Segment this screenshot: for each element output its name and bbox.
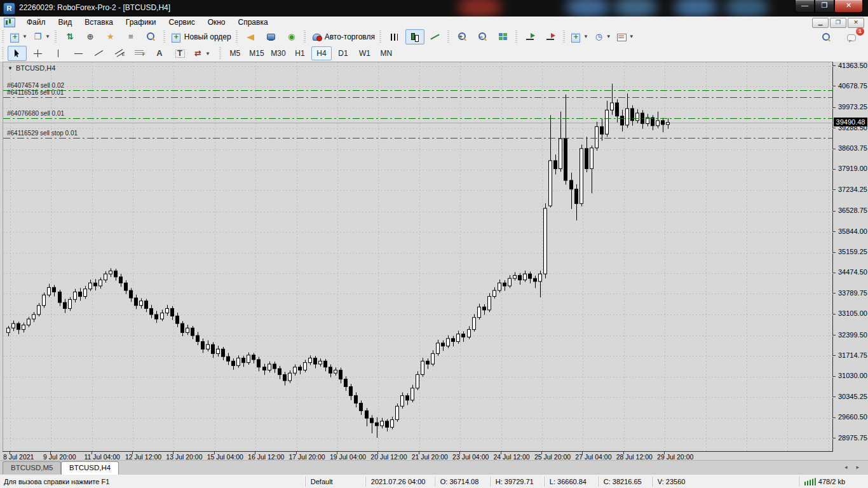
menu-item-Окно[interactable]: Окно (201, 17, 232, 28)
toolbar-grip[interactable] (447, 30, 451, 43)
order-line-label[interactable]: #64116516 sell 0.01 (7, 89, 64, 96)
order-line-label[interactable]: #64074574 sell 0.02 (7, 82, 64, 89)
order-line-label[interactable]: #64076680 sell 0.01 (7, 110, 64, 117)
timeframe-mn-button[interactable]: MN (376, 46, 397, 60)
timeframe-h1-button[interactable]: H1 (290, 46, 310, 60)
auto-scroll-button[interactable] (521, 29, 540, 44)
channel-tool-button[interactable] (109, 46, 128, 61)
dropdown-arrow-icon[interactable]: ▼ (45, 34, 50, 39)
timeframe-m30-button[interactable]: M30 (268, 46, 288, 60)
templates-button[interactable]: ▼ (614, 29, 636, 44)
toolbar-grip[interactable] (2, 47, 6, 60)
price-axis-label: 34474.50 (838, 268, 867, 276)
chart-bars-button[interactable] (385, 29, 404, 44)
zoom-in-button[interactable]: + (453, 29, 472, 44)
dropdown-arrow-icon[interactable]: ▼ (606, 34, 611, 39)
timeframe-d1-button[interactable]: D1 (333, 46, 353, 60)
close-button[interactable]: ✕ (834, 0, 863, 13)
candlestick-chart[interactable] (3, 62, 834, 452)
autotrade-button[interactable]: Авто-торговля (309, 29, 377, 44)
toolbar-grip[interactable] (563, 30, 567, 43)
timeframe-h4-button[interactable]: H4 (311, 46, 332, 60)
price-tick (833, 396, 836, 397)
notifications-button[interactable]: 1 (842, 30, 861, 45)
menu-item-Графики[interactable]: Графики (119, 17, 163, 28)
menu-item-Файл[interactable]: Файл (20, 17, 52, 28)
navigator-button[interactable]: ★ (101, 29, 120, 44)
chevron-down-icon[interactable]: ▼ (8, 65, 13, 71)
auto-scroll-icon (525, 32, 536, 42)
chart-candles-button[interactable] (405, 29, 424, 44)
text-label-tool-button[interactable]: T (170, 46, 189, 61)
fibonacci-tool-button[interactable] (130, 46, 149, 61)
market-watch-button[interactable]: ⇅ (60, 29, 79, 44)
toolbar-grip[interactable] (379, 30, 383, 43)
tabs-scroll-left-icon[interactable]: ◂ (844, 464, 848, 470)
tile-windows-button[interactable] (494, 29, 513, 44)
chart-tab-BTCUSD,M5[interactable]: BTCUSD,M5 (3, 461, 61, 475)
child-minimize-button[interactable]: ▁ (812, 18, 829, 28)
chart-line-button[interactable] (426, 29, 445, 44)
chart-canvas[interactable]: ▼ BTCUSD,H4 #64074574 sell 0.02#64116516… (3, 62, 833, 451)
menu-item-Вид[interactable]: Вид (52, 17, 79, 28)
vertical-line-icon (53, 48, 64, 58)
crosshair-tool-button[interactable] (28, 46, 47, 61)
title-bar[interactable]: R 22260029: RoboForex-Pro-2 - [BTCUSD,H4… (0, 0, 868, 17)
price-tick (833, 335, 836, 336)
candle (94, 279, 97, 290)
tabs-scroll-right-icon[interactable]: ▸ (856, 464, 859, 470)
price-axis-label: 31714.75 (838, 351, 867, 359)
signal-button[interactable]: ◉ (282, 29, 301, 44)
pointer-tool-button[interactable] (8, 46, 27, 61)
chart-tab-BTCUSD,H4[interactable]: BTCUSD,H4 (61, 461, 119, 475)
toolbar-grip[interactable] (219, 47, 223, 60)
profiles-button[interactable]: ❐▼ (31, 29, 52, 44)
arrows-tool-button[interactable]: ⇄▼ (191, 46, 212, 61)
indicators-icon: + (571, 32, 581, 42)
time-axis[interactable]: 8 Jul 20219 Jul 20:0011 Jul 04:0012 Jul … (3, 451, 833, 461)
toolbar-grip[interactable] (304, 30, 308, 43)
dropdown-arrow-icon[interactable]: ▼ (205, 51, 210, 57)
dropdown-arrow-icon[interactable]: ▼ (22, 34, 27, 39)
fibonacci-icon (134, 48, 145, 58)
trendline-tool-button[interactable] (89, 46, 108, 61)
terminal-button[interactable]: ≡ (121, 29, 140, 44)
menu-item-Справка[interactable]: Справка (232, 17, 275, 28)
templates-icon (616, 32, 627, 42)
new-order-button[interactable]: +Новый ордер (169, 29, 233, 44)
toolbar-grip[interactable] (236, 30, 240, 43)
toolbar-grip[interactable] (163, 30, 167, 43)
dropdown-arrow-icon[interactable]: ▼ (583, 34, 588, 39)
new-chart-button[interactable]: +▼ (8, 29, 29, 44)
menu-item-Вставка[interactable]: Вставка (78, 17, 119, 28)
status-segment: Default (305, 477, 365, 487)
vertical-line-tool-button[interactable] (48, 46, 67, 61)
child-restore-button[interactable]: ❐ (830, 18, 846, 28)
toolbar-grip[interactable] (2, 30, 6, 43)
toolbar-grip[interactable] (515, 30, 519, 43)
strategy-tester-button[interactable] (142, 29, 161, 44)
mql-editor-button[interactable] (262, 29, 281, 44)
horizontal-line-tool-button[interactable] (69, 46, 88, 61)
child-close-button[interactable]: ✕ (848, 18, 864, 28)
horn-button[interactable] (241, 29, 261, 44)
price-axis[interactable]: 41363.5040678.7539973.2539288.5038603.75… (833, 62, 868, 451)
zoom-out-button[interactable]: − (473, 29, 492, 44)
timeframe-w1-button[interactable]: W1 (355, 46, 375, 60)
data-window-button[interactable]: ⊕ (81, 29, 100, 44)
candle (48, 284, 51, 297)
minimize-button[interactable]: — (795, 0, 815, 13)
order-line-label[interactable]: #64116529 sell stop 0.01 (7, 130, 78, 137)
toolbar-grip[interactable] (55, 30, 58, 43)
text-tool-button[interactable]: A (150, 46, 169, 61)
indicators-button[interactable]: +▼ (569, 29, 590, 44)
chart-shift-button[interactable] (541, 29, 560, 44)
periods-button[interactable]: ◷▼ (592, 29, 613, 44)
timeframe-m15-button[interactable]: M15 (247, 46, 267, 60)
search-button[interactable] (817, 30, 836, 45)
restore-button[interactable]: ❐ (815, 0, 834, 13)
dropdown-arrow-icon[interactable]: ▼ (629, 34, 634, 39)
timeframe-m5-button[interactable]: M5 (225, 46, 245, 60)
chart-window-icon[interactable] (4, 18, 15, 27)
menu-item-Сервис[interactable]: Сервис (163, 17, 201, 28)
